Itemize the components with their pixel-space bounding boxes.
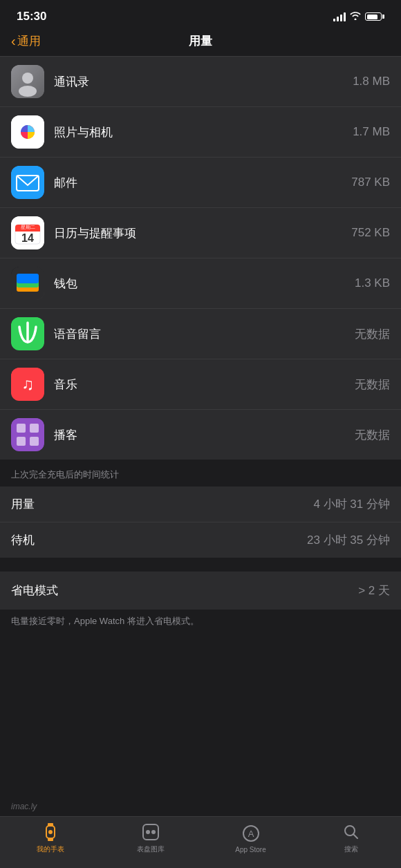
power-mode-label: 省电模式	[11, 583, 58, 598]
usage-value: 4 小时 31 分钟	[313, 496, 390, 512]
app-name: 照片与相机	[54, 124, 353, 140]
faces-icon	[141, 822, 160, 842]
search-icon	[342, 822, 361, 842]
svg-point-28	[48, 830, 53, 834]
app-name: 音乐	[54, 377, 355, 393]
stats-section: 上次完全充电后的时间统计	[0, 460, 401, 484]
tab-watch-faces-label: 表盘图库	[137, 845, 165, 854]
tab-my-watch-label: 我的手表	[37, 845, 64, 854]
stats-section-label: 上次完全充电后的时间统计	[11, 469, 119, 480]
list-item[interactable]: 语音留言 无数据	[0, 309, 401, 359]
list-item[interactable]: ♫ 音乐 无数据	[0, 359, 401, 410]
list-item[interactable]: 14 星期二 日历与提醒事项 752 KB	[0, 208, 401, 258]
app-name: 通讯录	[54, 74, 353, 90]
app-list: 通讯录 1.8 MB 照片与相机 1.7 MB	[0, 57, 401, 460]
wifi-icon	[350, 11, 361, 22]
photos-app-icon	[11, 115, 44, 149]
svg-text:星期二: 星期二	[21, 225, 35, 229]
svg-rect-27	[48, 838, 53, 841]
app-name: 邮件	[54, 175, 351, 191]
list-item[interactable]: 照片与相机 1.7 MB	[0, 107, 401, 158]
mail-app-icon	[11, 166, 44, 199]
contacts-app-icon	[11, 65, 44, 98]
app-size: 752 KB	[351, 226, 390, 240]
svg-point-2	[19, 86, 37, 97]
svg-rect-26	[48, 823, 53, 827]
page-title: 用量	[189, 33, 212, 49]
watch-icon	[41, 822, 60, 842]
svg-rect-29	[143, 824, 158, 840]
svg-line-35	[353, 834, 357, 838]
voicemail-app-icon	[11, 317, 44, 350]
power-mode-value: > 2 天	[358, 583, 390, 598]
svg-rect-15	[17, 274, 39, 283]
back-label: 通用	[17, 33, 41, 49]
power-mode-description: 电量接近零时，Apple Watch 将进入省电模式。	[0, 610, 401, 639]
app-size: 787 KB	[351, 176, 390, 189]
app-size: 1.7 MB	[353, 125, 390, 139]
tab-search[interactable]: 搜索	[330, 822, 372, 854]
svg-rect-24	[30, 437, 39, 446]
app-name: 钱包	[54, 276, 355, 292]
standby-value: 23 小时 35 分钟	[307, 532, 390, 548]
wallet-app-icon	[11, 267, 44, 300]
app-size: 无数据	[355, 326, 390, 342]
svg-rect-22	[30, 424, 39, 433]
calendar-app-icon: 14 星期二	[11, 216, 44, 249]
list-item[interactable]: 通讯录 1.8 MB	[0, 57, 401, 107]
app-name: 语音留言	[54, 326, 355, 342]
svg-point-1	[22, 73, 33, 84]
list-item[interactable]: 播客 无数据	[0, 410, 401, 460]
app-name: 日历与提醒事项	[54, 225, 351, 241]
chevron-left-icon: ‹	[11, 33, 16, 49]
back-button[interactable]: ‹ 通用	[11, 33, 41, 49]
svg-point-31	[151, 830, 156, 834]
list-item[interactable]: 邮件 787 KB	[0, 158, 401, 208]
usage-row: 用量 4 小时 31 分钟	[0, 487, 401, 522]
usage-label: 用量	[11, 496, 35, 512]
stats-block: 用量 4 小时 31 分钟 待机 23 小时 35 分钟	[0, 487, 401, 558]
tab-my-watch[interactable]: 我的手表	[30, 822, 71, 854]
app-size: 无数据	[355, 377, 390, 393]
tab-watch-faces[interactable]: 表盘图库	[130, 822, 171, 854]
status-time: 15:30	[17, 10, 46, 23]
signal-icon	[333, 12, 346, 21]
battery-icon	[365, 12, 384, 21]
music-app-icon: ♫	[11, 368, 44, 401]
standby-row: 待机 23 小时 35 分钟	[0, 522, 401, 558]
app-size: 1.3 KB	[355, 276, 390, 290]
tab-bar: 我的手表 表盘图库 A App Store 搜索	[0, 816, 401, 868]
status-bar: 15:30	[0, 0, 401, 29]
power-row[interactable]: 省电模式 > 2 天	[0, 572, 401, 610]
nav-bar: ‹ 通用 用量	[0, 29, 401, 56]
watermark: imac.ly	[11, 802, 37, 811]
tab-app-store-label: App Store	[235, 846, 265, 853]
svg-rect-20	[11, 418, 44, 451]
svg-text:A: A	[248, 829, 254, 839]
svg-point-30	[146, 830, 150, 834]
list-item[interactable]: 钱包 1.3 KB	[0, 258, 401, 309]
power-block[interactable]: 省电模式 > 2 天	[0, 572, 401, 610]
app-name: 播客	[54, 427, 355, 443]
svg-rect-23	[17, 437, 26, 446]
standby-label: 待机	[11, 532, 35, 548]
svg-rect-21	[17, 424, 26, 433]
podcasts-app-icon	[11, 418, 44, 451]
tab-search-label: 搜索	[344, 845, 358, 854]
svg-text:14: 14	[21, 232, 34, 244]
status-icons	[333, 11, 384, 22]
app-size: 无数据	[355, 427, 390, 443]
appstore-icon: A	[241, 824, 261, 843]
svg-text:♫: ♫	[21, 375, 34, 393]
power-section: 省电模式 > 2 天 电量接近零时，Apple Watch 将进入省电模式。	[0, 558, 401, 639]
tab-app-store[interactable]: A App Store	[230, 824, 272, 853]
app-size: 1.8 MB	[353, 75, 390, 88]
